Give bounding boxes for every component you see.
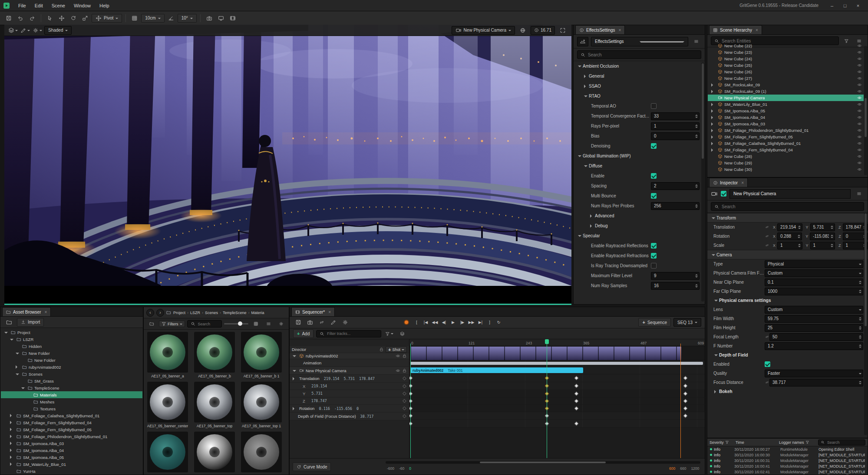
keyframe[interactable] bbox=[574, 399, 579, 403]
keyframe[interactable] bbox=[683, 406, 688, 410]
range-end-marker[interactable] bbox=[680, 344, 681, 458]
go-to-end-button[interactable]: ▶| bbox=[476, 318, 485, 326]
close-icon[interactable]: × bbox=[619, 28, 621, 33]
hierarchy-item-new-cube-28[interactable]: New Cube (28) bbox=[708, 153, 864, 160]
slider-knob[interactable] bbox=[238, 321, 242, 326]
angle-size-dropdown[interactable]: 10° bbox=[178, 14, 197, 23]
pivot-mode-dropdown[interactable]: Pivot bbox=[92, 14, 122, 23]
keyframe[interactable] bbox=[574, 422, 579, 426]
new-folder-button[interactable] bbox=[4, 318, 14, 327]
checkbox[interactable] bbox=[651, 173, 657, 179]
breadcrumb-item-lszr[interactable]: LSZR bbox=[190, 311, 200, 315]
twisty-icon[interactable] bbox=[10, 414, 13, 417]
hierarchy-item-new-cube-24[interactable]: New Cube (24) bbox=[708, 56, 864, 62]
stepper[interactable] bbox=[831, 233, 833, 239]
hierarchy-item-sm-foliage-fern-slightlyburned-05[interactable]: SM_Foliage_Fern_SlightlyBurned_05 bbox=[708, 134, 864, 140]
number-field[interactable]: 1 bbox=[777, 242, 802, 249]
animation-clip[interactable]: rubyAnimated002Take 001 bbox=[410, 367, 583, 373]
grid-size-dropdown[interactable]: 10cm bbox=[141, 14, 164, 23]
angle-snap-button[interactable] bbox=[166, 14, 176, 23]
twisty-icon[interactable] bbox=[578, 155, 581, 159]
keyframe[interactable] bbox=[683, 399, 688, 403]
twisty-icon[interactable] bbox=[711, 109, 715, 113]
edit-button[interactable] bbox=[328, 318, 339, 327]
stepper[interactable] bbox=[695, 203, 698, 209]
asset-tree-item-scenes[interactable]: Scenes bbox=[1, 370, 142, 377]
twisty-icon[interactable] bbox=[293, 355, 296, 359]
twisty-icon[interactable] bbox=[711, 83, 715, 87]
select-field[interactable]: Faster bbox=[765, 370, 863, 377]
twisty-icon[interactable] bbox=[293, 377, 296, 380]
number-field[interactable]: 25 bbox=[765, 324, 863, 332]
asset-tree-item-sm-ipomoea-alba-03[interactable]: SM_Ipomoea.Alba_03 bbox=[1, 440, 142, 447]
hierarchy-item-sm-foliage-fern-slightlyburned-04[interactable]: SM_Foliage_Fern_SlightlyBurned_04 bbox=[708, 147, 864, 153]
checkbox[interactable] bbox=[651, 243, 657, 249]
effects-section-rtao[interactable]: RTAO bbox=[574, 91, 705, 101]
lock-icon[interactable] bbox=[402, 354, 407, 358]
track-rubyanimated002[interactable]: rubyAnimated002 bbox=[290, 353, 409, 359]
asset-search-input[interactable]: Search bbox=[187, 320, 222, 328]
eye-icon[interactable] bbox=[857, 43, 862, 48]
eye-icon[interactable] bbox=[857, 56, 862, 61]
column-time[interactable]: Time bbox=[736, 440, 777, 445]
parent-folder-button[interactable] bbox=[146, 320, 157, 328]
eye-icon[interactable] bbox=[857, 89, 862, 94]
hierarchy-item-new-physical-camera[interactable]: New Physical Camera bbox=[708, 95, 864, 101]
track-new-physical-camera[interactable]: New Physical Camera bbox=[290, 367, 409, 375]
viewport-panel[interactable]: Shaded New Physical Camera 16.71 bbox=[4, 25, 571, 305]
menu-edit[interactable]: Edit bbox=[30, 1, 47, 10]
tab-scene-hierarchy[interactable]: Scene Hierarchy × bbox=[709, 25, 762, 34]
viewport-settings-dropdown[interactable] bbox=[32, 26, 43, 35]
column-severity[interactable]: Severity bbox=[710, 440, 734, 445]
twisty-icon[interactable] bbox=[10, 455, 13, 459]
twisty-icon[interactable] bbox=[584, 85, 587, 88]
twisty-icon[interactable] bbox=[711, 103, 715, 106]
number-field[interactable]: 33 bbox=[651, 112, 700, 120]
hierarchy-item-sm-ipomoea-alba-03[interactable]: SM_Ipomoea.Alba_03 bbox=[708, 121, 864, 127]
keyframe[interactable] bbox=[574, 384, 579, 388]
eye-icon[interactable] bbox=[857, 95, 862, 100]
stepper[interactable] bbox=[798, 233, 800, 239]
number-field[interactable]: 1 bbox=[810, 242, 835, 249]
filters-dropdown[interactable]: Filters bbox=[159, 321, 185, 327]
twisty-icon[interactable] bbox=[16, 353, 19, 356]
close-icon[interactable]: × bbox=[44, 310, 47, 314]
asset-item-ae17-05-banner-top[interactable]: AE17_05_banner_top bbox=[193, 382, 236, 428]
asset-tree-item-meshes[interactable]: Meshes bbox=[1, 398, 142, 405]
asset-tree-item-sm-foliage-philodendron-slightlyburned-01[interactable]: SM_Foliage_Philodendron_SlightlyBurned_0… bbox=[1, 433, 142, 440]
number-field[interactable]: 9 bbox=[651, 272, 700, 280]
asset-tree-item-hidden[interactable]: Hidden bbox=[1, 343, 142, 350]
keyframe[interactable] bbox=[683, 376, 688, 380]
menu-window[interactable]: Window bbox=[69, 1, 95, 10]
grid-settings-button[interactable] bbox=[276, 320, 286, 328]
checkbox[interactable] bbox=[651, 263, 657, 269]
number-field[interactable]: 5.731 bbox=[810, 223, 835, 231]
asset-tree-item-rubyanimated002[interactable]: rubyAnimated002 bbox=[1, 364, 142, 370]
lane-y[interactable] bbox=[409, 397, 705, 405]
twisty-icon[interactable] bbox=[714, 390, 718, 393]
stepper[interactable] bbox=[695, 133, 698, 139]
twisty-icon[interactable] bbox=[10, 435, 13, 438]
link-button[interactable] bbox=[317, 318, 327, 327]
lane-z[interactable] bbox=[409, 405, 705, 412]
hierarchy-item-new-cube-25[interactable]: New Cube (25) bbox=[708, 62, 864, 69]
hierarchy-item-new-cube-22[interactable]: New Cube (22) bbox=[708, 43, 864, 49]
hierarchy-item-sm-rockslake-09[interactable]: SM_RocksLake_09 bbox=[708, 82, 864, 88]
hierarchy-item-sm-rockslake-09-1[interactable]: SM_RocksLake_09 (1) bbox=[708, 88, 864, 95]
camera-tool-button[interactable] bbox=[204, 14, 215, 23]
asset-tree-item-sm-waterlily-blue-01[interactable]: SM_WaterLily_Blue_01 bbox=[1, 461, 142, 468]
effects-section-diffuse[interactable]: Diffuse bbox=[574, 161, 705, 171]
eye-icon[interactable] bbox=[857, 147, 862, 152]
twisty-icon[interactable] bbox=[584, 95, 587, 99]
log-row[interactable]: Info30/11/2020 16:00:30ModuleManager[NET… bbox=[707, 452, 868, 458]
step-back-button[interactable]: ◀| bbox=[440, 318, 448, 326]
inspector-options-button[interactable] bbox=[854, 190, 864, 198]
step-forward-button[interactable]: |▶ bbox=[458, 318, 466, 326]
eye-icon[interactable] bbox=[396, 368, 400, 373]
asset-tree-item-sm-foliage-fern-slightlyburned-04[interactable]: SM_Foliage_Fern_SlightlyBurned_04 bbox=[1, 419, 142, 426]
timeline-scrollbar[interactable] bbox=[386, 461, 700, 464]
twisty-icon[interactable] bbox=[711, 135, 715, 139]
stepper[interactable] bbox=[695, 183, 698, 189]
forward-button[interactable]: › bbox=[156, 309, 164, 317]
asset-tree-item-sm-ipomoea-alba-05[interactable]: SM_Ipomoea.Alba_05 bbox=[1, 454, 142, 461]
